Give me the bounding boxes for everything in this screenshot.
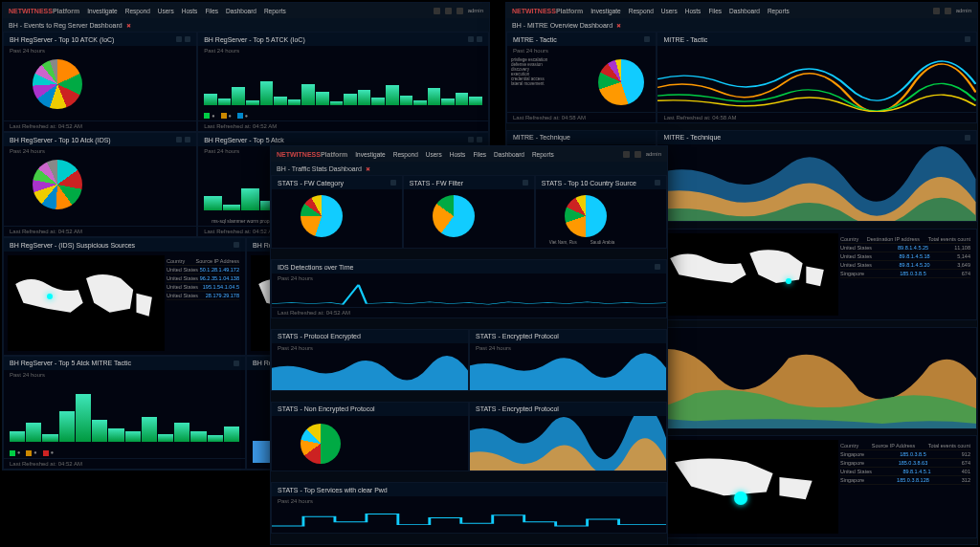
dashboard-title: BH - MITRE Overview Dashboard [512,22,612,29]
menu-icon[interactable] [185,137,190,142]
main-menu[interactable]: InvestigateRespondUsersHostsFilesDashboa… [355,151,553,158]
menu-icon[interactable] [185,36,190,42]
subtitle: Past 24 hours [4,46,196,55]
panel-top10-country-source: STATS - Top 10 Country Source Viet Nam, … [535,175,667,249]
pie-chart [565,195,607,237]
map-legend: CountrySource IP Address United States50… [165,255,241,351]
panel-title: BH RegServer - Top 5 Atck MITRE Tactic [10,360,131,366]
menu-investigate[interactable]: Investigate [87,8,117,14]
legend: ●●● [4,448,245,458]
titlebar: NETWITNESSPlatform InvestigateRespondUse… [506,3,977,18]
panel-fw-filter: STATS - FW Filter [403,175,535,249]
line-chart [657,46,976,112]
subtitle: Past 24 hours [4,370,245,380]
expand-icon[interactable] [234,361,239,366]
expand-icon[interactable] [176,36,182,42]
panel-title: BH RegServer - Top 5 Atck [204,137,284,143]
panel-top10-atck-ids: BH RegServer - Top 10 Atck (IDS) Past 24… [3,132,197,237]
close-icon[interactable]: ✖ [616,22,621,29]
step-chart [272,506,666,533]
world-map: CountrySource IP Address United States50… [8,255,241,351]
footer: Last Refreshed at: 04:52 AM [4,226,196,236]
help-icon[interactable] [457,8,463,14]
dashboard-title: BH - Traffic Stats Dashboard [277,165,362,172]
expand-icon[interactable] [468,36,474,42]
close-icon[interactable]: ✖ [126,22,131,29]
panel-ids-suspicious-sources: BH RegServer - (IDS) Suspicious Sources … [3,237,246,356]
bar-chart [10,385,239,443]
expand-icon[interactable] [468,137,474,142]
titlebar: NETWITNESSPlatform Investigate Respond U… [3,3,489,18]
menu-dashboard[interactable]: Dashboard [226,8,256,14]
panel-mitre-technique-area: MITRE - Technique [657,130,977,222]
panel-top-services-clear-pwd: STATS - Top Services with clear Pwd Past… [271,482,667,534]
titlebar: NETWITNESSPlatform InvestigateRespondUse… [271,146,667,162]
pie-chart [33,160,82,209]
pie-chart [598,59,644,105]
main-menu[interactable]: Investigate Respond Users Hosts Files Da… [87,8,285,14]
panel-ids-detections-over-time: IDS Detections over Time Past 24 hours L… [271,259,667,318]
menu-files[interactable]: Files [205,8,218,14]
footer: Last Refreshed at: 04:52 AM [4,458,245,469]
menu-icon[interactable] [477,36,482,42]
panel-mitre-tactic-pie: MITRE - Tactic Past 24 hours privilege e… [506,32,657,123]
panel-fw-category: STATS - FW Category [271,175,403,249]
panel-title: BH RegServer - Top 10 ATCK (IoC) [10,36,114,43]
area-chart [657,144,976,221]
map-table: CountrySource IP AddressTotal events cou… [838,440,972,533]
expand-icon[interactable] [234,242,239,248]
brand: NETWITNESSPlatform [9,8,79,14]
map-table: CountryDestination IP addressTotal event… [838,233,972,316]
pie-chart [301,195,343,237]
window-traffic-stats-dashboard[interactable]: NETWITNESSPlatform InvestigateRespondUse… [270,145,668,545]
world-map [661,233,838,316]
notif-icon[interactable] [434,8,440,14]
panel-title: BH RegServer - (IDS) Suspicious Sources [10,242,135,249]
panel-top5-mitre-tactic: BH RegServer - Top 5 Atck MITRE Tactic P… [3,356,246,470]
footer: Last Refreshed at: 04:52 AM [4,120,196,131]
menu-users[interactable]: Users [158,8,174,14]
settings-icon[interactable] [445,8,452,14]
panel-protocol-encrypted: STATS - Protocol Encrypted Past 24 hours [271,329,469,392]
bar-chart [204,61,482,105]
panel-title: BH RegServer - Top 10 Atck (IDS) [10,137,111,143]
close-icon[interactable]: ✖ [366,165,370,172]
pie-chart [433,195,475,237]
panel-top10-atck-ioc: BH RegServer - Top 10 ATCK (IoC) Past 24… [3,32,197,132]
subtitle: Past 24 hours [4,146,196,156]
pie-chart [33,59,82,109]
menu-hosts[interactable]: Hosts [182,8,198,14]
area-chart [470,353,666,391]
dashboard-tab-bar: BH - Events to Reg Server Dashboard✖ [3,18,489,32]
main-menu[interactable]: InvestigateRespondUsersHostsFilesDashboa… [590,8,789,14]
menu-icon[interactable] [477,137,482,142]
panel-top5-atck-ioc: BH RegServer - Top 5 ATCK (IoC) Past 24 … [197,32,489,132]
panel-title: BH RegServer - Top 5 ATCK (IoC) [204,36,305,43]
panel-mitre-map1: CountryDestination IP addressTotal event… [657,229,977,320]
panel-encrypted-protocol: STATS - Encrypted Protocol Past 24 hours [469,329,667,392]
footer: Last Refreshed at: 04:52 AM [198,120,488,131]
menu-reports[interactable]: Reports [264,8,286,14]
menu-respond[interactable]: Respond [125,8,150,14]
dashboard-title: BH - Events to Reg Server Dashboard [9,22,122,29]
expand-icon[interactable] [176,137,182,142]
area-chart [470,416,666,470]
panel-encrypted-protocol-2: STATS - Encrypted Protocol [469,402,667,471]
user-menu[interactable]: admin [468,8,483,13]
pie-chart [301,424,341,464]
panel-mitre-tactic-lines: MITRE - Tactic Last Refreshed at: 04:58 … [657,32,977,123]
line-chart [272,283,666,307]
subtitle: Past 24 hours [198,46,488,55]
panel-non-encrypted-protocol: STATS - Non Encrypted Protocol [271,402,469,471]
legend: ●●● [198,111,488,121]
window-actions: admin [434,8,483,14]
area-chart [272,353,468,391]
